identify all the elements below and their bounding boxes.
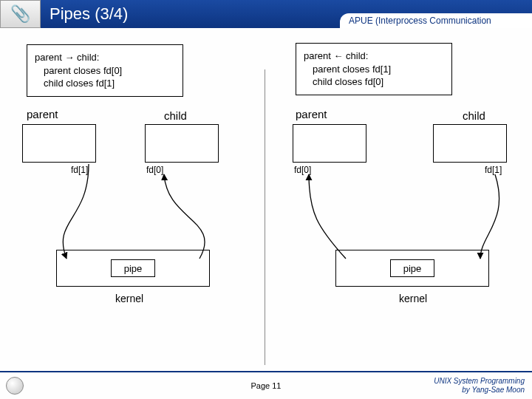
footer-credit: UNIX System Programming by Yang-Sae Moon	[434, 377, 525, 395]
right-pipe-label: pipe	[403, 263, 422, 274]
right-child-box	[433, 124, 507, 163]
right-desc-line1: parent ← child:	[304, 50, 444, 63]
credit-line2: by Yang-Sae Moon	[434, 386, 525, 395]
left-pipe-inner: pipe	[111, 259, 155, 277]
right-description-box: parent ← child: parent closes fd[1] chil…	[296, 43, 452, 95]
left-parent-box	[22, 124, 96, 163]
slide-header: 📎 Pipes (3/4) APUE (Interprocess Communi…	[0, 0, 532, 28]
page-number: Page 11	[251, 381, 282, 390]
left-kernel-label: kernel	[115, 293, 143, 304]
slide-content: parent → child: parent closes fd[0] chil…	[0, 28, 532, 368]
right-desc-line3: child closes fd[0]	[304, 75, 444, 89]
left-desc-line2: parent closes fd[0]	[35, 64, 175, 78]
left-description-box: parent → child: parent closes fd[0] chil…	[27, 44, 183, 97]
slide-subtitle: APUE (Interprocess Communication	[340, 13, 532, 28]
right-parent-fd: fd[0]	[294, 165, 311, 175]
right-child-fd: fd[1]	[485, 165, 502, 175]
left-parent-fd: fd[1]	[71, 165, 88, 175]
left-desc-line3: child closes fd[1]	[35, 77, 175, 90]
right-parent-label: parent	[296, 108, 327, 120]
left-child-label: child	[164, 109, 187, 122]
subtitle-text: APUE (Interprocess Communication	[349, 16, 491, 26]
left-parent-label: parent	[27, 108, 58, 120]
right-desc-line2: parent closes fd[1]	[304, 63, 444, 76]
left-pipe-label: pipe	[124, 263, 143, 274]
title-text: Pipes (3/4)	[50, 4, 128, 24]
footer-divider	[0, 371, 532, 372]
footer-logo	[6, 377, 24, 395]
right-pipe-box: pipe	[335, 250, 489, 287]
header-logo: 📎	[0, 0, 41, 28]
left-pipe-box: pipe	[56, 250, 210, 287]
right-kernel-label: kernel	[399, 293, 427, 304]
right-child-label: child	[463, 109, 485, 122]
right-pipe-inner: pipe	[390, 259, 434, 277]
left-desc-line1: parent → child:	[35, 51, 175, 64]
right-parent-box	[293, 124, 366, 163]
column-divider	[265, 69, 265, 365]
left-child-box	[145, 124, 219, 163]
left-child-fd: fd[0]	[146, 165, 163, 175]
credit-line1: UNIX System Programming	[434, 377, 525, 386]
